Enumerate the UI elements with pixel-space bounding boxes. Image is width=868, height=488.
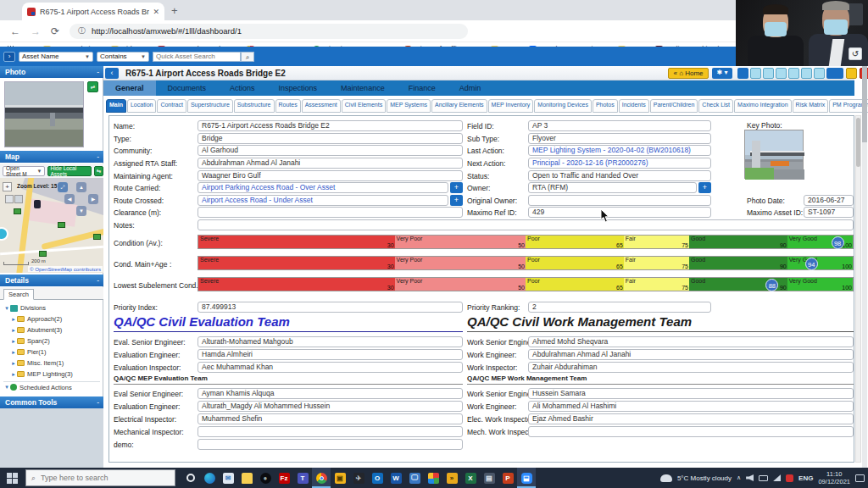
forward-icon[interactable]: →	[31, 25, 41, 37]
eval-senior-engineer-field[interactable]: Alturath-Mohamed Mahgoub	[198, 336, 463, 347]
subtab-location[interactable]: Location	[127, 99, 156, 113]
search-button[interactable]: ⌕	[241, 52, 254, 62]
next-action-field[interactable]: Principal - 2020-12-16 (PR2000276)	[528, 158, 711, 169]
asset-marker[interactable]	[93, 234, 101, 240]
original-owner-field[interactable]	[528, 195, 711, 206]
zoom-icon[interactable]: ⬓	[517, 468, 536, 488]
subtab-photos[interactable]: Photos	[593, 99, 618, 113]
maximo-ref-id-field[interactable]: 429	[528, 207, 711, 218]
file-explorer-icon[interactable]	[237, 468, 256, 488]
photo-panel-header[interactable]: Photo-	[0, 66, 103, 78]
map-pan-right-button[interactable]: ▶	[88, 194, 98, 204]
notification-app-icon[interactable]	[786, 474, 793, 482]
form-scrollbar-thumb[interactable]	[856, 118, 860, 167]
chevron-right-icon[interactable]: ▸	[10, 371, 17, 378]
tree-item-mep-lighting[interactable]: ▸MEP Lighting(3)	[10, 369, 110, 380]
subtab-ancillary-elements[interactable]: Ancillary Elements	[431, 99, 487, 113]
subtab-monitoring-devices[interactable]: Monitoring Devices	[534, 99, 592, 113]
type-field[interactable]: Bridge	[198, 133, 463, 144]
key-photo-image[interactable]	[744, 130, 804, 179]
map-layer-toggle-button[interactable]	[5, 195, 14, 203]
subtab-main[interactable]: Main	[106, 99, 126, 113]
quick-action-button[interactable]	[776, 68, 787, 79]
work-inspector-field[interactable]: Zuhair Abdurahiman	[528, 362, 854, 373]
map-zoom-in-button[interactable]: +	[3, 182, 12, 191]
operator-select[interactable]: Contains▼	[97, 52, 149, 62]
action-center-icon[interactable]	[855, 474, 865, 482]
tab-general[interactable]: General	[103, 80, 156, 96]
subtab-mep-systems[interactable]: MEP Systems	[387, 99, 431, 113]
start-button[interactable]	[7, 473, 18, 484]
subtab-routes[interactable]: Routes	[275, 99, 301, 113]
last-action-field[interactable]: MEP Lighting System - 2020-04-02 (BW2010…	[528, 145, 711, 156]
field-id-field[interactable]: AP 3	[528, 120, 711, 131]
priority-index-field[interactable]: 87.499913	[198, 302, 463, 313]
quick-action-button-blue[interactable]	[826, 68, 843, 79]
quick-action-button[interactable]	[814, 68, 825, 79]
map-pan-left-button[interactable]: ◀	[64, 194, 75, 204]
collapse-icon[interactable]: -	[97, 66, 99, 78]
chevron-expanded-icon[interactable]: ▾	[3, 384, 10, 391]
map-layer-select[interactable]: Open Street M▼	[3, 166, 45, 176]
chrome-icon[interactable]	[312, 468, 331, 488]
community-field[interactable]: Al Garhoud	[198, 145, 463, 156]
new-tab-button[interactable]: +	[171, 4, 178, 17]
tab-search[interactable]: Search	[3, 289, 34, 300]
tools-dropdown-button[interactable]: ✱ ▾	[712, 68, 732, 79]
priority-ranking-field[interactable]: 2	[528, 302, 711, 313]
route-carried-add-button[interactable]: +	[450, 182, 463, 193]
mechanical-inspector-field[interactable]	[198, 426, 463, 437]
tree-item-approach[interactable]: ▸Approach(2)	[10, 313, 110, 324]
owner-add-button[interactable]: +	[698, 182, 711, 193]
site-info-icon[interactable]: ⓘ	[78, 25, 86, 36]
back-icon[interactable]: ←	[10, 25, 20, 37]
subtab-civil-elements[interactable]: Civil Elements	[342, 99, 386, 113]
edge-icon[interactable]	[200, 468, 219, 488]
chevron-right-icon[interactable]: ▸	[10, 316, 17, 323]
tab-inspections[interactable]: Inspections	[267, 80, 330, 96]
tray-chevron-up-icon[interactable]: ∧	[737, 474, 741, 481]
page-scrollbar-track[interactable]	[862, 66, 867, 468]
quick-action-button[interactable]	[788, 68, 799, 79]
calculator-icon[interactable]: ▤	[480, 468, 498, 488]
map-panel-header[interactable]: Map-	[0, 151, 103, 163]
clearance-field[interactable]	[198, 207, 463, 218]
taskbar-search-box[interactable]: ⌕	[25, 469, 175, 486]
subtab-risk-matrix[interactable]: Risk Matrix	[793, 99, 829, 113]
toolbox-app-icon[interactable]: ▣	[331, 468, 349, 488]
quick-action-button[interactable]	[801, 68, 812, 79]
mep-eval-senior-engineer-field[interactable]: Ayman Khamis Alquqa	[198, 388, 463, 399]
word-icon[interactable]: W	[387, 468, 405, 488]
taskbar-search-input[interactable]	[41, 474, 151, 482]
volume-icon[interactable]	[746, 474, 754, 481]
subtab-assessment[interactable]: Assessment	[302, 99, 341, 113]
asset-marker[interactable]	[39, 251, 47, 257]
language-indicator[interactable]: ENG	[798, 474, 813, 482]
owner-field[interactable]: RTA (RFM)	[528, 182, 697, 193]
map-satellite-toggle-button[interactable]	[14, 195, 23, 203]
excel-icon[interactable]: X	[461, 468, 480, 488]
mep-work-senior-engineer-field[interactable]: Hussein Samara	[528, 388, 854, 399]
tab-documents[interactable]: Documents	[156, 80, 219, 96]
subtab-parent-children[interactable]: Parent/Children	[650, 99, 698, 113]
subtab-mep-inventory[interactable]: MEP Inventory	[488, 99, 534, 113]
subtab-incidents[interactable]: Incidents	[619, 99, 649, 113]
route-crossed-field[interactable]: Airport Access Road - Under Asset	[198, 195, 448, 206]
map-pan-down-button[interactable]: ▼	[76, 206, 86, 216]
maximo-asset-id-field[interactable]: ST-1097	[804, 207, 854, 218]
subtab-contract[interactable]: Contract	[157, 99, 186, 113]
chevron-right-icon[interactable]: ▸	[10, 349, 17, 356]
electrical-inspector-field[interactable]: Muhammed Shefin	[198, 413, 463, 424]
tree-item-pier[interactable]: ▸Pier(1)	[10, 347, 110, 358]
maintaining-agent-field[interactable]: Waagner Biro Gulf	[198, 170, 463, 181]
sidebar-collapse-button[interactable]: ›	[3, 52, 15, 62]
name-field[interactable]: R675-1 Airport Access Roads Bridge E2	[198, 120, 463, 131]
tab-actions[interactable]: Actions	[218, 80, 267, 96]
route-carried-field[interactable]: Airport Parking Access Road - Over Asset	[198, 182, 448, 193]
collapse-icon[interactable]: -	[97, 396, 99, 408]
status-field[interactable]: Open to Traffic and Handed Over	[528, 170, 711, 181]
quick-asset-search-input[interactable]	[153, 52, 241, 62]
collapse-icon[interactable]: -	[97, 151, 99, 163]
undo-button[interactable]: ↺	[849, 47, 862, 60]
common-tools-header[interactable]: Common Tools-	[0, 396, 103, 408]
